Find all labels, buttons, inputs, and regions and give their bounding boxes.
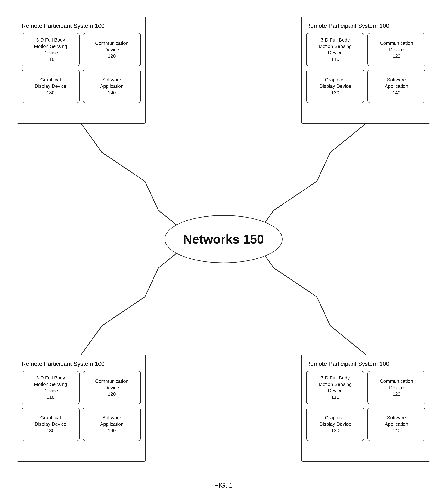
component-comm-br: Communication Device 120 [368,371,425,404]
component-comm-tl: Communication Device 120 [83,33,141,66]
components-grid-bl: 3-D Full Body Motion Sensing Device 110 … [22,371,141,441]
network-label: Networks 150 [183,232,264,246]
system-box-br: Remote Participant System 100 3-D Full B… [301,355,430,462]
system-box-tr: Remote Participant System 100 3-D Full B… [301,17,430,124]
component-software-tl: Software Application 140 [83,70,141,103]
system-box-bl: Remote Participant System 100 3-D Full B… [17,355,146,462]
component-3d-tl: 3-D Full Body Motion Sensing Device 110 [22,33,79,66]
system-box-tl: Remote Participant System 100 3-D Full B… [17,17,146,124]
system-title-bl: Remote Participant System 100 [22,360,141,367]
system-title-tr: Remote Participant System 100 [306,22,425,29]
component-3d-tr: 3-D Full Body Motion Sensing Device 110 [306,33,364,66]
diagram-container: Remote Participant System 100 3-D Full B… [11,11,436,467]
system-title-br: Remote Participant System 100 [306,360,425,367]
component-3d-br: 3-D Full Body Motion Sensing Device 110 [306,371,364,404]
component-3d-bl: 3-D Full Body Motion Sensing Device 110 [22,371,79,404]
components-grid-tr: 3-D Full Body Motion Sensing Device 110 … [306,33,425,103]
component-display-tl: Graphical Display Device 130 [22,70,79,103]
network-ellipse: Networks 150 [164,215,283,263]
component-comm-tr: Communication Device 120 [368,33,425,66]
components-grid-tl: 3-D Full Body Motion Sensing Device 110 … [22,33,141,103]
system-title-tl: Remote Participant System 100 [22,22,141,29]
component-software-tr: Software Application 140 [368,70,425,103]
components-grid-br: 3-D Full Body Motion Sensing Device 110 … [306,371,425,441]
component-display-tr: Graphical Display Device 130 [306,70,364,103]
fig-label: FIG. 1 [214,482,233,489]
component-software-bl: Software Application 140 [83,408,141,441]
component-display-bl: Graphical Display Device 130 [22,408,79,441]
component-comm-bl: Communication Device 120 [83,371,141,404]
component-software-br: Software Application 140 [368,408,425,441]
component-display-br: Graphical Display Device 130 [306,408,364,441]
